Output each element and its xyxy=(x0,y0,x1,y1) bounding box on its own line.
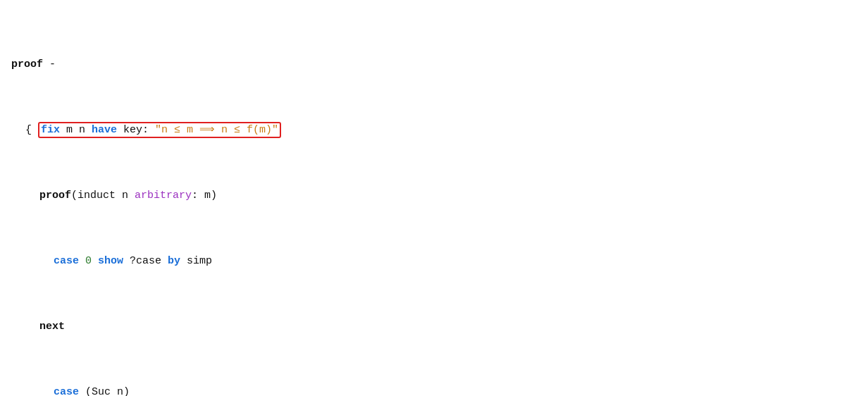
kw-proof2: proof xyxy=(39,190,71,202)
line-case-suc: case (Suc n) xyxy=(11,384,857,396)
line-brace-open: { fix m n have key: "n ≤ m ⟹ n ≤ f(m)" xyxy=(11,122,857,138)
proof-code: proof - { fix m n have key: "n ≤ m ⟹ n ≤… xyxy=(11,7,857,396)
kw-fix: fix xyxy=(41,124,60,136)
kw-next: next xyxy=(39,321,65,333)
kw-have: have xyxy=(92,124,117,136)
kw-case0: case xyxy=(54,255,79,267)
val-0: 0 xyxy=(85,255,92,267)
line-proof-induct: proof(induct n arbitrary: m) xyxy=(11,187,857,204)
kw-proof: proof xyxy=(11,58,43,70)
kw-by0: by xyxy=(168,255,180,267)
proof-header-line: proof - xyxy=(11,56,857,73)
kw-show0: show xyxy=(98,255,123,267)
line-case0: case 0 show ?case by simp xyxy=(11,253,857,269)
box-fix: fix m n have key: "n ≤ m ⟹ n ≤ f(m)" xyxy=(38,122,281,138)
var-arbitrary: arbitrary xyxy=(135,190,192,202)
line-next: next xyxy=(11,318,857,335)
kw-case-suc: case xyxy=(54,386,79,396)
